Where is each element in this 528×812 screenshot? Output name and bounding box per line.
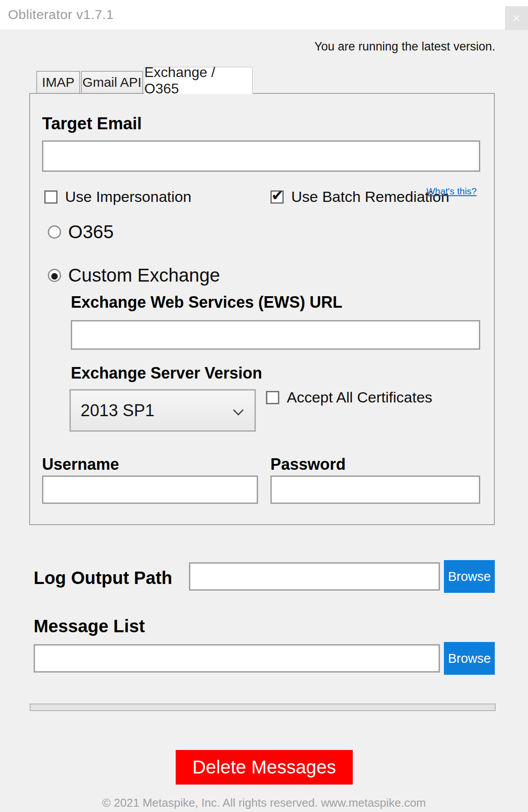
exchange-tab-panel — [29, 93, 495, 525]
tab-imap[interactable]: IMAP — [36, 71, 80, 93]
log-output-path-browse-button[interactable]: Browse — [444, 560, 495, 593]
message-list-label: Message List — [34, 616, 145, 636]
version-status-text: You are running the latest version. — [314, 40, 495, 54]
window-title: Obliterator v1.7.1 — [8, 0, 114, 29]
delete-messages-button[interactable]: Delete Messages — [176, 750, 353, 785]
log-output-path-label: Log Output Path — [34, 568, 172, 588]
tab-gmail-api-label: Gmail API — [82, 75, 141, 90]
tab-exchange-o365-label: Exchange / O365 — [144, 64, 252, 97]
message-list-browse-button[interactable]: Browse — [444, 642, 495, 675]
tab-imap-label: IMAP — [42, 75, 74, 90]
log-output-path-input[interactable] — [189, 562, 440, 591]
message-list-input[interactable] — [34, 644, 440, 673]
progress-bar — [30, 704, 496, 711]
app-window: Obliterator v1.7.1 × You are running the… — [0, 0, 528, 812]
tab-exchange-o365[interactable]: Exchange / O365 — [144, 67, 253, 94]
close-icon: × — [513, 12, 520, 25]
tab-gmail-api[interactable]: Gmail API — [81, 71, 143, 93]
close-button[interactable]: × — [505, 6, 528, 30]
titlebar: Obliterator v1.7.1 × — [0, 0, 528, 30]
copyright-text: © 2021 Metaspike, Inc. All rights reserv… — [0, 796, 528, 810]
